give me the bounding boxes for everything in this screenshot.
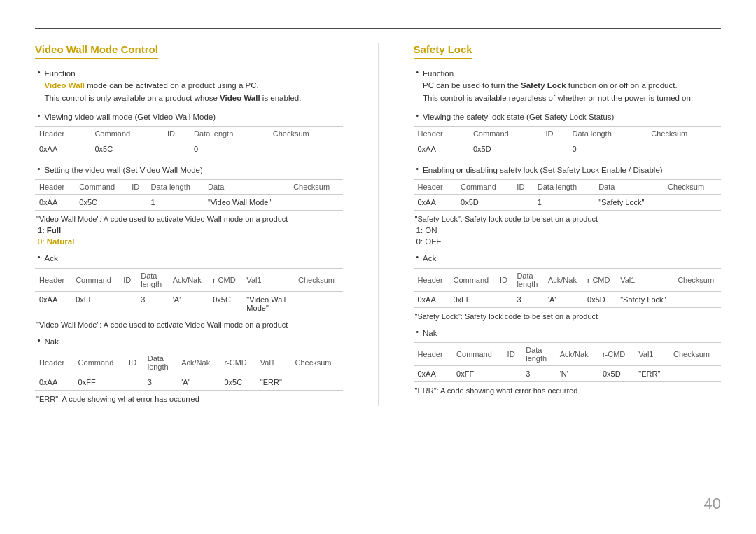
th-rcmd: r-CMD (583, 268, 616, 291)
td-checksum (669, 365, 721, 381)
td-command: 0xFF (452, 365, 503, 381)
td-header: 0xAA (414, 365, 453, 381)
td-val1: "Safety Lock" (616, 291, 673, 307)
th-command: Command (452, 342, 503, 365)
th-val1: Val1 (634, 342, 669, 365)
right-nak-label: Nak (423, 328, 437, 339)
right-set-label: Enabling or disabling safety lock (Set S… (423, 164, 663, 176)
td-checksum (647, 141, 721, 157)
th-command: Command (75, 180, 127, 195)
right-value1: 1: ON (416, 226, 722, 234)
right-note1: "Safety Lock": Safety lock code to be se… (415, 215, 722, 223)
td-command: 0x5D (469, 141, 542, 157)
left-get-table: Header Command ID Data length Checksum 0… (35, 126, 343, 157)
td-checksum (673, 291, 721, 307)
right-function-item: • Function PC can be used to turn the Sa… (416, 68, 722, 104)
bullet-dot-get: • (38, 112, 41, 120)
th-data: Data (594, 180, 664, 195)
right-nak-table: Header Command ID Data length Ack/Nak r-… (414, 342, 722, 382)
left-func-text-1: mode can be activated on a product using… (85, 81, 259, 90)
th-header: Header (414, 268, 449, 291)
top-divider (35, 28, 721, 29)
th-checksum: Checksum (669, 342, 721, 365)
main-content: Video Wall Mode Control • Function Video… (35, 43, 721, 406)
left-value1-val: Full (47, 226, 61, 234)
th-datalength: Data length (144, 351, 178, 374)
td-acknak: 'A' (169, 291, 209, 316)
th-datalength: Data length (522, 342, 556, 365)
th-command: Command (71, 268, 119, 291)
right-ack-table: Header Command ID Data length Ack/Nak r-… (414, 268, 722, 308)
bullet-dot-set: • (38, 165, 41, 173)
td-header: 0xAA (35, 141, 90, 157)
td-command: 0x5C (90, 141, 163, 157)
bullet-dot-nak: • (38, 337, 41, 344)
page-number: 40 (704, 495, 721, 513)
td-header: 0xAA (414, 141, 469, 157)
left-nak-item: • Nak (38, 336, 343, 348)
th-checksum: Checksum (291, 351, 343, 374)
table-row: 0xAA 0xFF 3 'A' 0x5C "Video Wall Mode" (35, 291, 343, 316)
right-set-item: • Enabling or disabling safety lock (Set… (416, 164, 722, 176)
th-command: Command (456, 180, 512, 195)
td-val1: "ERR" (256, 374, 291, 390)
right-section-title: Safety Lock (414, 43, 472, 59)
th-id: ID (125, 351, 144, 374)
left-function-label: Function (45, 69, 76, 78)
bullet-dot-ack: • (38, 253, 41, 261)
th-checksum: Checksum (673, 268, 721, 291)
td-command: 0x5D (456, 195, 512, 211)
td-id (119, 291, 136, 316)
th-id: ID (119, 268, 136, 291)
td-acknak: 'N' (556, 365, 598, 381)
left-highlight-2: Video Wall (220, 94, 260, 102)
td-rcmd: 0x5C (209, 291, 242, 316)
td-header: 0xAA (35, 291, 71, 316)
th-id: ID (496, 268, 512, 291)
table-row: 0xAA 0x5C 0 (35, 141, 343, 157)
td-acknak: 'A' (177, 374, 220, 390)
th-acknak: Ack/Nak (169, 268, 209, 291)
th-acknak: Ack/Nak (177, 351, 220, 374)
td-id (542, 141, 568, 157)
th-header: Header (414, 342, 453, 365)
left-column: Video Wall Mode Control • Function Video… (35, 43, 343, 406)
table-row: 0xAA 0x5C 1 "Video Wall Mode" (35, 195, 343, 211)
th-id: ID (127, 180, 146, 195)
th-val1: Val1 (256, 351, 291, 374)
bullet-dot-rget: • (416, 112, 419, 120)
right-func-text-1: PC can be used to turn the (423, 81, 521, 90)
left-value2: 0: Natural (38, 237, 343, 246)
right-highlight-1: Safety Lock (521, 81, 566, 90)
th-datalength: Data length (533, 180, 594, 195)
bullet-dot: • (38, 69, 41, 76)
left-function-item: • Function Video Wall mode can be activa… (38, 68, 343, 104)
left-set-item: • Setting the video wall (Set Video Wall… (38, 164, 343, 176)
right-note2: "Safety Lock": Safety lock code to be se… (415, 312, 722, 321)
right-function-text: Function PC can be used to turn the Safe… (423, 68, 693, 104)
td-id (163, 141, 190, 157)
th-datalength: Data length (190, 127, 269, 141)
right-set-table: Header Command ID Data length Data Check… (414, 179, 722, 211)
th-command: Command (449, 268, 496, 291)
left-func-text-2b: is enabled. (260, 94, 302, 102)
td-header: 0xAA (414, 195, 457, 211)
left-note2: "Video Wall Mode": A code used to activa… (36, 321, 343, 329)
td-header: 0xAA (414, 291, 449, 307)
th-header: Header (414, 180, 457, 195)
th-datalength: Data length (136, 268, 169, 291)
td-datalength: 1 (147, 195, 204, 211)
left-get-label: Viewing video wall mode (Get Video Wall … (45, 111, 216, 123)
th-checksum: Checksum (664, 180, 721, 195)
td-datalength: 0 (568, 141, 648, 157)
left-set-table: Header Command ID Data length Data Check… (35, 179, 343, 211)
td-checksum (291, 374, 343, 390)
th-val1: Val1 (616, 268, 673, 291)
td-checksum (269, 141, 343, 157)
bullet-dot-r: • (416, 69, 419, 76)
td-header: 0xAA (35, 374, 74, 390)
right-get-label: Viewing the safety lock state (Get Safet… (423, 111, 614, 123)
left-value2-val: Natural (47, 237, 75, 246)
td-command: 0xFF (449, 291, 496, 307)
td-val1: "Video Wall Mode" (242, 291, 294, 316)
